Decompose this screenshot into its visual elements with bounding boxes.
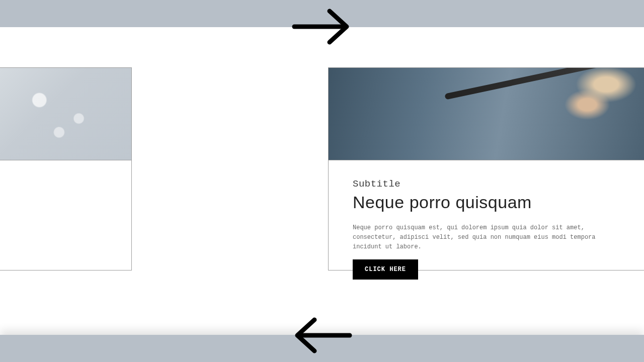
card-image xyxy=(329,68,644,160)
card-image xyxy=(0,68,131,160)
cta-button[interactable]: CLICK HERE xyxy=(353,259,418,280)
card-body: Subtitle Neque porro quisquam Neque porr… xyxy=(329,160,644,270)
card-subtitle: Subtitle xyxy=(353,178,620,190)
carousel-card-prev[interactable] xyxy=(0,67,132,270)
card-title: Neque porro quisquam xyxy=(353,193,620,212)
arrow-right-icon[interactable] xyxy=(289,6,355,49)
arrow-left-icon[interactable] xyxy=(289,315,355,358)
carousel-card-current: Subtitle Neque porro quisquam Neque porr… xyxy=(328,67,644,270)
card-description: Neque porro quisquam est, qui dolorem ip… xyxy=(353,223,620,252)
